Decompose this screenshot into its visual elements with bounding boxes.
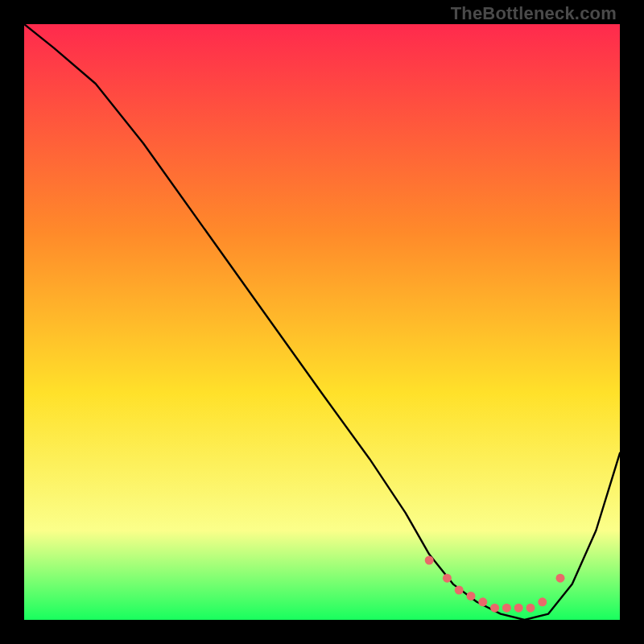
optimal-marker bbox=[455, 586, 464, 595]
optimal-marker bbox=[538, 597, 547, 606]
optimal-marker bbox=[478, 597, 487, 606]
optimal-marker bbox=[556, 574, 565, 583]
watermark-text: TheBottleneck.com bbox=[451, 3, 617, 24]
optimal-marker bbox=[467, 592, 476, 601]
optimal-marker bbox=[502, 604, 511, 613]
optimal-marker bbox=[514, 604, 523, 613]
optimal-marker bbox=[526, 604, 535, 613]
optimal-marker bbox=[490, 604, 499, 613]
chart-svg bbox=[24, 24, 620, 620]
frame-left bbox=[0, 0, 24, 644]
optimal-marker bbox=[425, 556, 434, 565]
plot-area bbox=[24, 24, 620, 620]
frame-right bbox=[620, 0, 644, 644]
optimal-marker bbox=[443, 574, 452, 583]
gradient-background bbox=[24, 24, 620, 620]
frame-bottom bbox=[0, 620, 644, 644]
